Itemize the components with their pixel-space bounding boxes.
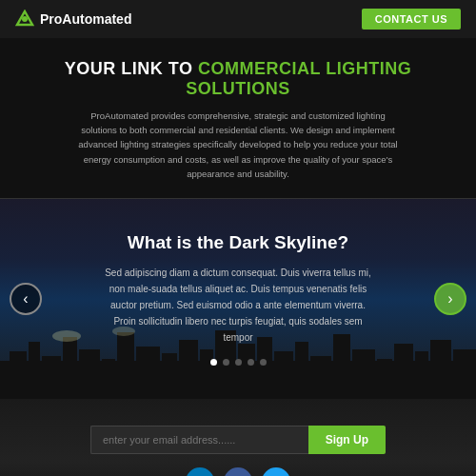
- skyline-title: What is the Dark Skyline?: [105, 232, 371, 253]
- skyline-section: ‹ What is the Dark Skyline? Sed adipisci…: [0, 199, 476, 399]
- hero-title: YOUR LINK TO COMMERCIAL LIGHTING SOLUTIO…: [29, 59, 447, 99]
- hero-description: ProAutomated provides comprehensive, str…: [76, 109, 400, 181]
- hero-title-accent: COMMERCIAL LIGHTING SOLUTIONS: [186, 59, 411, 98]
- email-signup-row: Sign Up: [90, 426, 386, 454]
- svg-rect-3: [10, 351, 27, 399]
- social-links-row: in f t: [186, 467, 290, 476]
- svg-rect-4: [29, 342, 40, 399]
- linkedin-icon[interactable]: in: [186, 467, 214, 476]
- carousel-dots: [105, 359, 371, 366]
- hero-title-plain: YOUR LINK TO: [65, 59, 198, 78]
- twitter-icon[interactable]: t: [262, 467, 290, 476]
- logo-icon: [15, 10, 34, 29]
- hero-section: YOUR LINK TO COMMERCIAL LIGHTING SOLUTIO…: [0, 38, 476, 199]
- svg-point-1: [22, 16, 28, 22]
- skyline-content: What is the Dark Skyline? Sed adipiscing…: [48, 232, 428, 366]
- next-button[interactable]: ›: [434, 283, 466, 315]
- logo-text: ProAutomated: [40, 11, 131, 27]
- email-input[interactable]: [90, 426, 308, 454]
- skyline-body: Sed adipiscing diam a dictum consequat. …: [105, 265, 371, 346]
- svg-rect-25: [430, 340, 451, 399]
- prev-icon: ‹: [23, 290, 28, 307]
- facebook-icon[interactable]: f: [224, 467, 252, 476]
- svg-rect-26: [453, 349, 476, 399]
- dot-3[interactable]: [235, 359, 242, 366]
- prev-button[interactable]: ‹: [10, 283, 42, 315]
- contact-us-button[interactable]: CONTACT US: [362, 9, 461, 30]
- dot-4[interactable]: [248, 359, 254, 366]
- logo-area: ProAutomated: [15, 10, 131, 29]
- bottom-section: Sign Up in f t: [0, 399, 476, 476]
- next-icon: ›: [447, 290, 452, 307]
- dot-1[interactable]: [210, 359, 217, 366]
- header: ProAutomated CONTACT US: [0, 0, 476, 38]
- signup-button[interactable]: Sign Up: [308, 426, 386, 454]
- dot-2[interactable]: [223, 359, 229, 366]
- dot-5[interactable]: [260, 359, 267, 366]
